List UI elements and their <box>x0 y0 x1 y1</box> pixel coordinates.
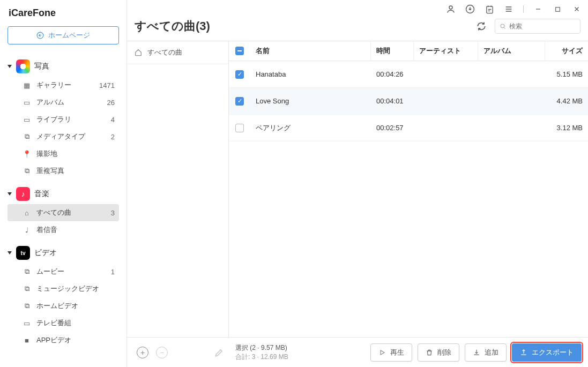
maximize-icon[interactable] <box>553 4 562 14</box>
songs-table: 名前 時間 アーティスト アルバム サイズ ✓ Hanataba 00:04:2… <box>229 41 588 337</box>
sidebar-item-album[interactable]: ▭ アルバム 26 <box>8 94 119 111</box>
table-row[interactable]: ✓ Love Song 00:04:01 4.42 MB <box>229 88 588 115</box>
sidebar-item-mediatype[interactable]: ⧉ メディアタイプ 2 <box>8 128 119 145</box>
tvshow-icon: ▭ <box>23 319 31 327</box>
refresh-button[interactable] <box>474 19 488 33</box>
account-icon[interactable] <box>446 4 456 14</box>
library-icon: ▭ <box>23 116 31 124</box>
sidebar-item-appvideo[interactable]: ■ APPビデオ <box>8 332 119 349</box>
cell-album <box>478 115 545 141</box>
svg-point-5 <box>501 24 504 28</box>
sidebar-item-allsongs[interactable]: ⌂ すべての曲 3 <box>8 204 119 221</box>
sidebar-item-tvshow[interactable]: ▭ テレビ番組 <box>8 314 119 332</box>
add-label: 追加 <box>485 348 498 357</box>
window-titlebar <box>127 0 588 18</box>
album-icon: ▭ <box>23 99 31 107</box>
delete-label: 削除 <box>437 348 451 357</box>
col-header-artist[interactable]: アーティスト <box>414 41 478 61</box>
sidebar-item-count: 26 <box>107 99 116 107</box>
sidebar-item-label: ホームビデオ <box>36 301 109 311</box>
col-header-album[interactable]: アルバム <box>478 41 545 61</box>
remove-circle-button[interactable]: − <box>156 347 168 358</box>
play-icon <box>378 349 386 356</box>
cell-time: 00:04:26 <box>371 61 414 87</box>
notepad-icon[interactable] <box>485 4 494 14</box>
col-header-time[interactable]: 時間 <box>371 41 414 61</box>
minimize-icon[interactable] <box>533 4 543 14</box>
import-icon <box>473 349 480 356</box>
footer-left: + − <box>133 347 229 358</box>
sidebar-item-label: すべての曲 <box>36 208 106 218</box>
content: すべての曲 名前 時間 アーティスト アルバム サイズ ✓ Hanataba 0… <box>127 41 588 337</box>
cell-size: 4.42 MB <box>545 88 588 114</box>
sidebar-item-gallery[interactable]: ▦ ギャラリー 1471 <box>8 77 119 94</box>
col-header-name[interactable]: 名前 <box>250 41 371 61</box>
sidebar-item-ringtone[interactable]: ♩ 着信音 <box>8 221 119 238</box>
edit-icon[interactable] <box>214 347 225 358</box>
export-button[interactable]: エクスポート <box>512 343 582 362</box>
sidebar-item-label: アルバム <box>36 98 102 107</box>
export-icon <box>520 349 527 356</box>
nav-group-header-music[interactable]: ♪ 音楽 <box>8 184 119 204</box>
photos-icon <box>16 59 30 73</box>
video-icon: tv <box>16 246 30 260</box>
sidebar-nav: 写真 ▦ ギャラリー 1471 ▭ アルバム 26 ▭ ライブラリ 4 ⧉ メデ… <box>0 52 126 367</box>
sidebar-item-label: ムービー <box>36 267 106 276</box>
svg-point-1 <box>449 6 452 9</box>
musicvideo-icon: ⧉ <box>23 284 31 293</box>
add-circle-button[interactable]: + <box>137 347 148 358</box>
row-checkbox[interactable]: ✓ <box>235 97 244 106</box>
cell-album <box>478 88 545 114</box>
ringtone-icon: ♩ <box>23 226 31 234</box>
category-all-songs[interactable]: すべての曲 <box>127 41 228 64</box>
sidebar-item-count: 2 <box>111 133 116 141</box>
table-row[interactable]: ✓ Hanataba 00:04:26 5.15 MB <box>229 61 588 88</box>
home-button-label: ホームページ <box>48 31 90 40</box>
home-icon <box>135 49 142 56</box>
search-input[interactable] <box>509 23 588 30</box>
sidebar-item-library[interactable]: ▭ ライブラリ 4 <box>8 111 119 128</box>
select-all-checkbox[interactable] <box>229 41 250 61</box>
main-area: すべての曲(3) すべての曲 名前 <box>127 0 588 367</box>
sidebar-item-label: メディアタイプ <box>36 132 106 141</box>
sidebar-item-label: APPビデオ <box>36 335 109 345</box>
play-button[interactable]: 再生 <box>370 343 412 362</box>
cell-time: 00:02:57 <box>371 115 414 141</box>
table-header: 名前 時間 アーティスト アルバム サイズ <box>229 41 588 61</box>
checkbox-partial-icon <box>235 47 244 55</box>
sidebar-item-homevideo[interactable]: ⧉ ホームビデオ <box>8 297 119 314</box>
nav-group-header-video[interactable]: tv ビデオ <box>8 243 119 263</box>
add-button[interactable]: 追加 <box>465 343 507 362</box>
col-header-size[interactable]: サイズ <box>545 41 588 61</box>
location-icon: 📍 <box>23 150 31 158</box>
close-icon[interactable] <box>572 4 582 14</box>
delete-button[interactable]: 削除 <box>418 343 459 362</box>
home-button[interactable]: ホームページ <box>8 26 119 44</box>
cell-name: Hanataba <box>250 61 371 87</box>
menu-icon[interactable] <box>504 4 513 14</box>
download-icon[interactable] <box>465 4 475 14</box>
selection-status: 選択 (2 · 9.57 MB) <box>235 343 288 353</box>
sidebar-item-count: 1 <box>111 268 116 276</box>
sidebar-item-movie[interactable]: ⧉ ムービー 1 <box>8 263 119 280</box>
duplicate-icon: ⧉ <box>23 167 31 175</box>
row-checkbox[interactable] <box>235 124 244 132</box>
cell-name: Love Song <box>250 88 371 114</box>
sidebar-item-duplicate[interactable]: ⧉ 重複写真 <box>8 162 119 179</box>
sidebar-item-location[interactable]: 📍 撮影地 <box>8 145 119 162</box>
row-checkbox[interactable]: ✓ <box>235 70 244 79</box>
table-row[interactable]: ペアリング 00:02:57 3.12 MB <box>229 115 588 141</box>
chevron-down-icon <box>8 251 12 254</box>
nav-group-header-photos[interactable]: 写真 <box>8 56 119 77</box>
nav-group-label: 写真 <box>34 62 49 71</box>
sidebar-item-musicvideo[interactable]: ⧉ ミュージックビデオ <box>8 280 119 297</box>
footer: + − 選択 (2 · 9.57 MB) 合計: 3 · 12.69 MB 再生… <box>127 337 588 367</box>
sidebar-item-label: 着信音 <box>36 225 109 235</box>
nav-group-photos: 写真 ▦ ギャラリー 1471 ▭ アルバム 26 ▭ ライブラリ 4 ⧉ メデ… <box>8 56 119 179</box>
sidebar-item-label: テレビ番組 <box>36 318 109 328</box>
sidebar-item-label: 重複写真 <box>36 166 109 176</box>
divider <box>523 5 524 13</box>
export-label: エクスポート <box>532 348 574 357</box>
music-icon: ♪ <box>16 187 30 201</box>
search-box[interactable] <box>495 19 580 34</box>
